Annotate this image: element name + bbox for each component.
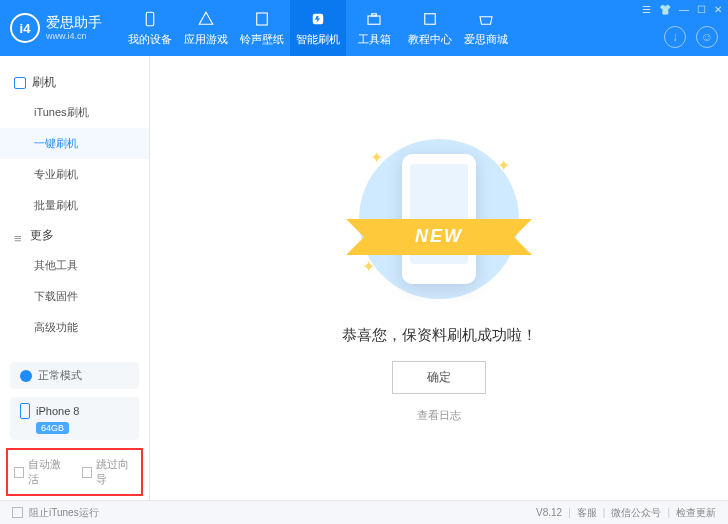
svg-rect-3 [368,16,380,24]
checkbox-icon [82,467,92,478]
sidebar-group-more[interactable]: 更多 [0,221,149,250]
sidebar-item-other-tools[interactable]: 其他工具 [0,250,149,281]
update-link[interactable]: 检查更新 [676,506,716,520]
sparkle-icon: ✦ [497,156,510,175]
checkbox-label: 自动激活 [28,457,67,487]
sidebar-item-pro-flash[interactable]: 专业刷机 [0,159,149,190]
logo-icon: i4 [10,13,40,43]
sidebar-item-oneclick-flash[interactable]: 一键刷机 [0,128,149,159]
success-illustration: ✦ ✦ ✦ NEW [354,134,524,304]
wechat-link[interactable]: 微信公众号 [611,506,661,520]
auto-activate-checkbox[interactable]: 自动激活 [14,457,68,487]
sidebar-group-flash[interactable]: 刷机 [0,68,149,97]
sidebar-item-download-firmware[interactable]: 下载固件 [0,281,149,312]
nav-flash[interactable]: 智能刷机 [290,0,346,56]
title-bar: i4 爱思助手 www.i4.cn 我的设备 应用游戏 铃声壁纸 智能刷机 工具… [0,0,728,56]
app-name: 爱思助手 [46,15,102,30]
sidebar-item-batch-flash[interactable]: 批量刷机 [0,190,149,221]
nav-label: 爱思商城 [464,32,508,47]
nav-label: 铃声壁纸 [240,32,284,47]
mode-indicator[interactable]: 正常模式 [10,362,139,389]
view-log-link[interactable]: 查看日志 [417,408,461,423]
skip-wizard-checkbox[interactable]: 跳过向导 [82,457,136,487]
nav-label: 我的设备 [128,32,172,47]
window-controls: ☰ 👕 — ☐ ✕ [642,4,722,15]
device-name: iPhone 8 [20,403,129,419]
maximize-icon[interactable]: ☐ [697,4,706,15]
status-bar: 阻止iTunes运行 V8.12 | 客服 | 微信公众号 | 检查更新 [0,500,728,524]
nav-label: 智能刷机 [296,32,340,47]
version-label: V8.12 [536,507,562,518]
nav-device[interactable]: 我的设备 [122,0,178,56]
new-ribbon: NEW [364,219,514,255]
sidebar: 刷机 iTunes刷机 一键刷机 专业刷机 批量刷机 更多 其他工具 下载固件 … [0,56,150,500]
sidebar-item-advanced[interactable]: 高级功能 [0,312,149,343]
account-icons: ↓ ☺ [664,26,718,48]
nav-toolbox[interactable]: 工具箱 [346,0,402,56]
download-icon[interactable]: ↓ [664,26,686,48]
skin-icon[interactable]: 👕 [659,4,671,15]
option-checkboxes: 自动激活 跳过向导 [6,448,143,496]
menu-icon[interactable]: ☰ [642,4,651,15]
confirm-button[interactable]: 确定 [392,361,486,394]
nav-shop[interactable]: 爱思商城 [458,0,514,56]
success-message: 恭喜您，保资料刷机成功啦！ [342,326,537,345]
svg-rect-0 [146,12,154,26]
mode-label: 正常模式 [38,368,82,383]
nav-label: 工具箱 [358,32,391,47]
sidebar-item-itunes-flash[interactable]: iTunes刷机 [0,97,149,128]
svg-rect-1 [257,13,268,25]
storage-badge: 64GB [36,422,69,434]
checkbox-label: 阻止iTunes运行 [29,506,99,520]
checkbox-label: 跳过向导 [96,457,135,487]
block-itunes-checkbox[interactable]: 阻止iTunes运行 [12,506,99,520]
main-content: ✦ ✦ ✦ NEW 恭喜您，保资料刷机成功啦！ 确定 查看日志 [150,56,728,500]
svg-rect-4 [372,13,377,15]
mode-dot-icon [20,370,32,382]
close-icon[interactable]: ✕ [714,4,722,15]
nav-label: 应用游戏 [184,32,228,47]
device-indicator[interactable]: iPhone 8 64GB [10,397,139,440]
sparkle-icon: ✦ [370,148,383,167]
checkbox-icon [12,507,23,518]
main-nav: 我的设备 应用游戏 铃声壁纸 智能刷机 工具箱 教程中心 爱思商城 [122,0,514,56]
support-link[interactable]: 客服 [577,506,597,520]
nav-label: 教程中心 [408,32,452,47]
nav-ringtones[interactable]: 铃声壁纸 [234,0,290,56]
svg-rect-5 [425,13,436,24]
minimize-icon[interactable]: — [679,4,689,15]
nav-tutorial[interactable]: 教程中心 [402,0,458,56]
app-url: www.i4.cn [46,31,102,41]
app-logo: i4 爱思助手 www.i4.cn [10,13,102,43]
user-icon[interactable]: ☺ [696,26,718,48]
checkbox-icon [14,467,24,478]
sparkle-icon: ✦ [362,257,375,276]
nav-apps[interactable]: 应用游戏 [178,0,234,56]
